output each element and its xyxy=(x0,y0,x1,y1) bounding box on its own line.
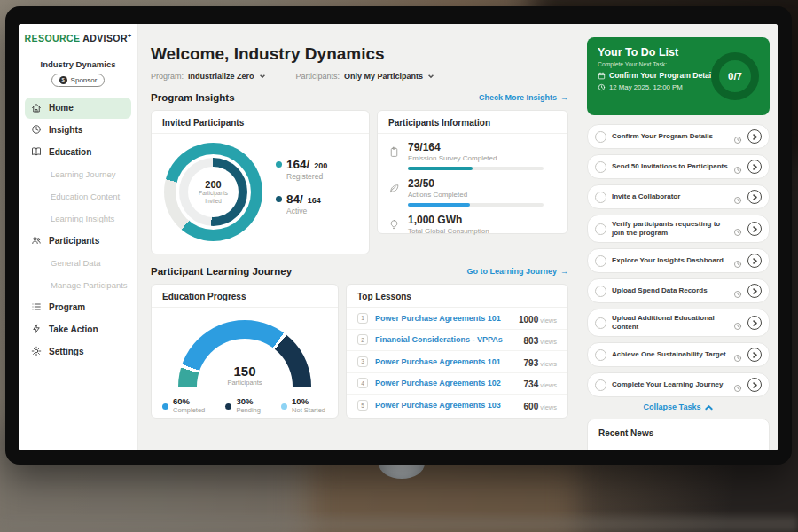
sidebar-item-education-content[interactable]: Education Content xyxy=(19,185,137,207)
sidebar-item-general-data[interactable]: General Data xyxy=(19,252,137,274)
task-checkbox[interactable] xyxy=(595,255,606,267)
task-checkbox[interactable] xyxy=(595,131,606,143)
invited-participants-title: Invited Participants xyxy=(152,111,369,134)
todo-next-task: Confirm Your Program Details xyxy=(609,71,717,80)
deadline-icon xyxy=(733,256,742,265)
deadline-icon xyxy=(733,350,742,359)
todo-column: Your To Do List Complete Your Next Task:… xyxy=(579,24,778,450)
top-lessons-card: Top Lessons 1 Power Purchase Agreements … xyxy=(346,284,568,419)
task-checkbox[interactable] xyxy=(595,161,606,173)
actions-progress-bar xyxy=(408,203,544,207)
sidebar-item-education[interactable]: Education xyxy=(19,141,137,163)
program-filter[interactable]: Program: Industrialize Zero xyxy=(151,72,266,81)
sponsor-badge: $ Sponsor xyxy=(51,74,106,87)
invited-donut-chart: 200 ParticipantsInvited xyxy=(164,143,262,241)
task-open-button[interactable] xyxy=(747,316,762,330)
collapse-tasks-link[interactable]: Collapse Tasks xyxy=(587,403,770,411)
top-lessons-title: Top Lessons xyxy=(347,285,567,308)
participants-information-title: Participants Information xyxy=(378,111,567,134)
task-checkbox[interactable] xyxy=(595,223,606,235)
deadline-icon xyxy=(733,162,742,171)
todo-panel: Your To Do List Complete Your Next Task:… xyxy=(587,37,770,115)
deadline-icon xyxy=(733,132,742,141)
completed-dot xyxy=(162,403,168,410)
actions-completed-row: 23/50 Actions Completed xyxy=(378,170,567,207)
task-checkbox[interactable] xyxy=(595,192,606,203)
action-icon xyxy=(31,324,42,334)
deadline-icon xyxy=(733,224,742,233)
check-more-insights-link[interactable]: Check More Insights→ xyxy=(479,93,568,102)
task-checkbox[interactable] xyxy=(595,349,606,361)
registered-dot xyxy=(276,161,282,168)
task-achieve-sustainability-target[interactable]: Achieve One Sustainability Target xyxy=(587,342,770,367)
task-open-button[interactable] xyxy=(747,254,762,268)
sidebar-item-learning-journey[interactable]: Learning Journey xyxy=(19,163,137,185)
sidebar: RESOURCE ADVISOR+ Industry Dynamics $ Sp… xyxy=(19,24,138,450)
task-send-invitations[interactable]: Send 50 Invitations to Participants xyxy=(587,154,770,179)
sidebar-item-program[interactable]: Program xyxy=(19,296,137,318)
task-upload-spend-data[interactable]: Upload Spend Data Records xyxy=(587,278,770,303)
chevron-down-icon xyxy=(427,73,434,80)
task-checkbox[interactable] xyxy=(595,379,606,391)
task-verify-participants[interactable]: Verify participants requesting to join t… xyxy=(587,215,770,243)
page-title: Welcome, Industry Dynamics xyxy=(151,44,568,64)
active-dot xyxy=(276,196,282,202)
legend-completed: 60%Completed xyxy=(162,396,205,414)
emission-progress-bar xyxy=(408,167,544,170)
lesson-link[interactable]: Power Purchase Agreements 102 xyxy=(375,379,517,387)
task-complete-learning-journey[interactable]: Complete Your Learning Journey xyxy=(587,372,770,397)
task-open-button[interactable] xyxy=(747,190,762,204)
learning-journey-title: Participant Learning Journey xyxy=(151,266,292,277)
lesson-row: 5 Power Purchase Agreements 103 600views xyxy=(347,395,567,417)
participants-filter[interactable]: Participants: Only My Participants xyxy=(296,72,435,81)
sponsor-coin-icon: $ xyxy=(59,76,67,84)
task-checkbox[interactable] xyxy=(595,317,606,329)
leaf-icon xyxy=(388,183,400,194)
deadline-icon xyxy=(733,192,742,201)
lesson-link[interactable]: Power Purchase Agreements 103 xyxy=(375,401,517,410)
app-logo: RESOURCE ADVISOR+ xyxy=(19,32,137,51)
survey-icon xyxy=(388,146,400,158)
task-upload-educational-content[interactable]: Upload Additional Educational Content xyxy=(587,309,770,337)
task-open-button[interactable] xyxy=(747,348,762,362)
sidebar-item-take-action[interactable]: Take Action xyxy=(19,318,137,340)
task-open-button[interactable] xyxy=(747,160,762,174)
lesson-row: 1 Power Purchase Agreements 101 1000view… xyxy=(347,308,567,330)
legend-not-started: 10%Not Started xyxy=(281,396,325,414)
sidebar-item-settings[interactable]: Settings xyxy=(19,340,137,363)
sidebar-nav: Home Insights Education Learning Journey… xyxy=(19,98,137,363)
program-insights-title: Program Insights xyxy=(151,92,235,103)
task-open-button[interactable] xyxy=(747,284,762,298)
sidebar-item-home[interactable]: Home xyxy=(25,98,131,119)
sidebar-item-manage-participants[interactable]: Manage Participants xyxy=(19,274,137,296)
gear-icon xyxy=(31,346,42,356)
task-open-button[interactable] xyxy=(747,222,762,236)
filters: Program: Industrialize Zero Participants… xyxy=(151,72,568,81)
task-checkbox[interactable] xyxy=(595,286,606,297)
participants-information-card: Participants Information 79/164 Emission… xyxy=(377,110,568,234)
lesson-row: 3 Power Purchase Agreements 101 793views xyxy=(347,351,567,373)
bulb-icon xyxy=(388,219,400,231)
sidebar-item-insights[interactable]: Insights xyxy=(19,119,137,141)
active-legend-item: 84/164 Active xyxy=(276,192,327,215)
task-open-button[interactable] xyxy=(747,378,762,392)
todo-subtitle: Complete Your Next Task: xyxy=(598,61,711,67)
deadline-icon xyxy=(733,286,742,295)
task-invite-collaborator[interactable]: Invite a Collaborator xyxy=(587,184,770,209)
consumption-row: 1,000 GWh Total Global Consumption xyxy=(378,207,567,235)
go-to-learning-journey-link[interactable]: Go to Learning Journey→ xyxy=(466,267,568,276)
task-explore-insights[interactable]: Explore Your Insights Dashboard xyxy=(587,248,770,273)
sidebar-item-participants[interactable]: Participants xyxy=(19,230,137,252)
deadline-icon xyxy=(733,380,742,389)
lesson-link[interactable]: Power Purchase Agreements 101 xyxy=(375,357,517,366)
lesson-link[interactable]: Power Purchase Agreements 101 xyxy=(375,314,512,323)
lesson-row: 4 Power Purchase Agreements 102 734views xyxy=(347,373,567,395)
chevron-up-icon xyxy=(705,403,713,411)
lesson-link[interactable]: Financial Considerations - VPPAs xyxy=(375,335,517,344)
emission-survey-row: 79/164 Emission Survey Completed xyxy=(378,134,567,170)
rank-badge: 5 xyxy=(357,400,368,411)
task-confirm-program-details[interactable]: Confirm Your Program Details xyxy=(587,124,770,149)
task-open-button[interactable] xyxy=(747,129,762,144)
education-progress-title: Education Progress xyxy=(152,285,338,308)
sidebar-item-learning-insights[interactable]: Learning Insights xyxy=(19,207,137,230)
